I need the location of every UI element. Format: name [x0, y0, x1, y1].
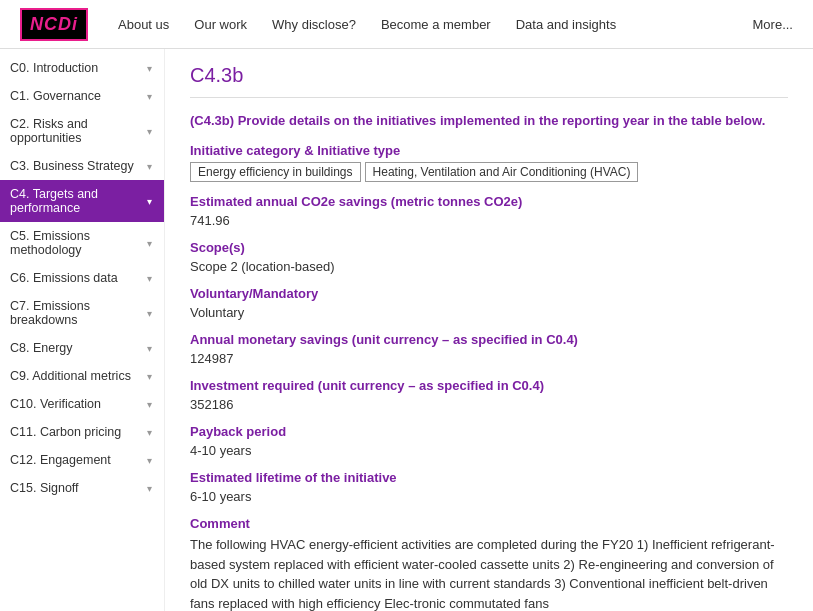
field-value-lifetime: 6-10 years [190, 489, 788, 504]
field-value-monetary_savings: 124987 [190, 351, 788, 366]
field-value-payback: 4-10 years [190, 443, 788, 458]
sidebar-item-c8[interactable]: C8. Energy▾ [0, 334, 164, 362]
field-section-investment: Investment required (unit currency – as … [190, 378, 788, 412]
tags-container-initiative_category: Energy efficiency in buildingsHeating, V… [190, 162, 788, 182]
field-section-payback: Payback period4-10 years [190, 424, 788, 458]
chevron-down-icon: ▾ [147, 343, 152, 354]
page-title: C4.3b [190, 64, 788, 87]
chevron-down-icon: ▾ [147, 126, 152, 137]
sidebar-item-c3[interactable]: C3. Business Strategy▾ [0, 152, 164, 180]
chevron-down-icon: ▾ [147, 427, 152, 438]
header: NCDi About usOur workWhy disclose?Become… [0, 0, 813, 49]
chevron-down-icon: ▾ [147, 63, 152, 74]
field-section-initiative_category: Initiative category & Initiative typeEne… [190, 143, 788, 182]
field-label-investment: Investment required (unit currency – as … [190, 378, 788, 393]
field-label-payback: Payback period [190, 424, 788, 439]
field-value-scope: Scope 2 (location-based) [190, 259, 788, 274]
sidebar-item-c12[interactable]: C12. Engagement▾ [0, 446, 164, 474]
chevron-down-icon: ▾ [147, 308, 152, 319]
sidebar-item-label: C15. Signoff [10, 481, 79, 495]
sidebar-item-c11[interactable]: C11. Carbon pricing▾ [0, 418, 164, 446]
sidebar-item-label: C10. Verification [10, 397, 101, 411]
sidebar-item-label: C7. Emissions breakdowns [10, 299, 147, 327]
field-label-lifetime: Estimated lifetime of the initiative [190, 470, 788, 485]
field-section-co2_savings: Estimated annual CO2e savings (metric to… [190, 194, 788, 228]
sidebar-item-c10[interactable]: C10. Verification▾ [0, 390, 164, 418]
main-nav: About usOur workWhy disclose?Become a me… [118, 17, 753, 32]
chevron-down-icon: ▾ [147, 161, 152, 172]
nav-item-our-work[interactable]: Our work [194, 17, 247, 32]
nav-item-become-a-member[interactable]: Become a member [381, 17, 491, 32]
title-divider [190, 97, 788, 98]
field-section-lifetime: Estimated lifetime of the initiative6-10… [190, 470, 788, 504]
field-value-investment: 352186 [190, 397, 788, 412]
fields-container: Initiative category & Initiative typeEne… [190, 143, 788, 504]
sidebar-item-label: C1. Governance [10, 89, 101, 103]
field-label-voluntary: Voluntary/Mandatory [190, 286, 788, 301]
sidebar-item-c0[interactable]: C0. Introduction▾ [0, 54, 164, 82]
field-section-monetary_savings: Annual monetary savings (unit currency –… [190, 332, 788, 366]
sidebar: C0. Introduction▾C1. Governance▾C2. Risk… [0, 49, 165, 611]
question-text: (C4.3b) Provide details on the initiativ… [190, 113, 788, 128]
main-content: C4.3b (C4.3b) Provide details on the ini… [165, 49, 813, 611]
sidebar-item-label: C4. Targets and performance [10, 187, 147, 215]
chevron-down-icon: ▾ [147, 483, 152, 494]
sidebar-item-label: C9. Additional metrics [10, 369, 131, 383]
tag: Heating, Ventilation and Air Conditionin… [365, 162, 639, 182]
more-link[interactable]: More... [753, 17, 793, 32]
comment-body: The following HVAC energy-efficient acti… [190, 535, 788, 611]
sidebar-item-c7[interactable]: C7. Emissions breakdowns▾ [0, 292, 164, 334]
sidebar-item-label: C12. Engagement [10, 453, 111, 467]
sidebar-item-label: C3. Business Strategy [10, 159, 134, 173]
chevron-down-icon: ▾ [147, 455, 152, 466]
nav-item-about-us[interactable]: About us [118, 17, 169, 32]
field-label-monetary_savings: Annual monetary savings (unit currency –… [190, 332, 788, 347]
chevron-down-icon: ▾ [147, 371, 152, 382]
field-value-co2_savings: 741.96 [190, 213, 788, 228]
sidebar-item-label: C8. Energy [10, 341, 73, 355]
field-label-co2_savings: Estimated annual CO2e savings (metric to… [190, 194, 788, 209]
nav-item-data-and-insights[interactable]: Data and insights [516, 17, 616, 32]
field-section-voluntary: Voluntary/MandatoryVoluntary [190, 286, 788, 320]
sidebar-item-c2[interactable]: C2. Risks and opportunities▾ [0, 110, 164, 152]
sidebar-item-label: C11. Carbon pricing [10, 425, 121, 439]
sidebar-item-label: C0. Introduction [10, 61, 98, 75]
comment-label: Comment [190, 516, 788, 531]
field-label-scope: Scope(s) [190, 240, 788, 255]
sidebar-item-c1[interactable]: C1. Governance▾ [0, 82, 164, 110]
sidebar-item-label: C6. Emissions data [10, 271, 118, 285]
chevron-down-icon: ▾ [147, 196, 152, 207]
tag: Energy efficiency in buildings [190, 162, 361, 182]
sidebar-item-label: C5. Emissions methodology [10, 229, 147, 257]
field-section-scope: Scope(s)Scope 2 (location-based) [190, 240, 788, 274]
chevron-down-icon: ▾ [147, 399, 152, 410]
page-layout: C0. Introduction▾C1. Governance▾C2. Risk… [0, 49, 813, 611]
logo[interactable]: NCDi [20, 8, 88, 41]
nav-item-why-disclose?[interactable]: Why disclose? [272, 17, 356, 32]
sidebar-item-c9[interactable]: C9. Additional metrics▾ [0, 362, 164, 390]
chevron-down-icon: ▾ [147, 273, 152, 284]
sidebar-item-c4[interactable]: C4. Targets and performance▾ [0, 180, 164, 222]
sidebar-item-c15[interactable]: C15. Signoff▾ [0, 474, 164, 502]
sidebar-item-c6[interactable]: C6. Emissions data▾ [0, 264, 164, 292]
sidebar-item-label: C2. Risks and opportunities [10, 117, 147, 145]
chevron-down-icon: ▾ [147, 91, 152, 102]
field-value-voluntary: Voluntary [190, 305, 788, 320]
chevron-down-icon: ▾ [147, 238, 152, 249]
comment-section: Comment The following HVAC energy-effici… [190, 516, 788, 611]
field-label-initiative_category: Initiative category & Initiative type [190, 143, 788, 158]
sidebar-item-c5[interactable]: C5. Emissions methodology▾ [0, 222, 164, 264]
